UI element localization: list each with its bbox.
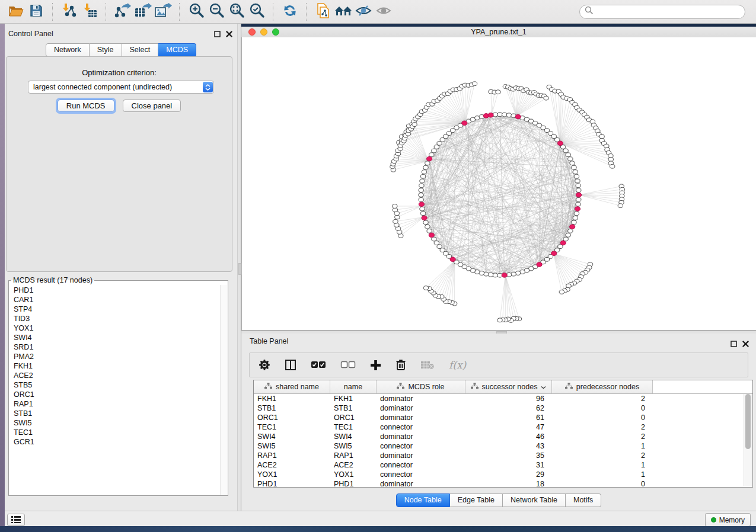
- tab-edge-table[interactable]: Edge Table: [450, 493, 503, 507]
- run-mcds-button[interactable]: Run MCDS: [58, 100, 114, 112]
- network-node[interactable]: [493, 273, 497, 277]
- network-node[interactable]: [434, 241, 439, 245]
- network-node[interactable]: [419, 193, 423, 197]
- float-panel-icon[interactable]: [214, 29, 221, 40]
- table-row[interactable]: SWI4SWI4dominator462: [254, 432, 752, 441]
- export-image-button[interactable]: [153, 2, 173, 21]
- network-node[interactable]: [574, 211, 579, 216]
- network-hub-node[interactable]: [462, 121, 467, 126]
- network-node[interactable]: [412, 123, 417, 127]
- network-node[interactable]: [484, 272, 489, 276]
- zoom-in-button[interactable]: [186, 2, 206, 21]
- import-table-button[interactable]: [79, 2, 100, 21]
- network-node[interactable]: [573, 216, 578, 220]
- mcds-result-item[interactable]: SWI5: [9, 418, 220, 428]
- network-hub-node[interactable]: [422, 216, 427, 220]
- mcds-result-item[interactable]: STB1: [9, 409, 220, 418]
- table-row[interactable]: SWI5SWI5connector431: [254, 441, 752, 451]
- network-hub-node[interactable]: [576, 193, 581, 197]
- hide-selected-button[interactable]: [353, 2, 374, 21]
- network-node[interactable]: [420, 174, 425, 178]
- network-node[interactable]: [576, 184, 580, 188]
- mcds-result-item[interactable]: CAR1: [9, 295, 220, 305]
- tab-select[interactable]: Select: [122, 43, 159, 57]
- clone-network-button[interactable]: [313, 2, 333, 21]
- network-hub-node[interactable]: [570, 225, 575, 229]
- column-header-name[interactable]: name: [330, 380, 377, 393]
- table-row[interactable]: FKH1FKH1dominator962: [254, 394, 752, 403]
- network-node[interactable]: [572, 220, 576, 225]
- table-row[interactable]: ORC1ORC1dominator610: [254, 413, 752, 422]
- network-node[interactable]: [394, 223, 399, 227]
- vertical-splitter[interactable]: [237, 24, 241, 511]
- criterion-dropdown[interactable]: largest connected component (undirected): [28, 81, 214, 94]
- memory-button[interactable]: Memory: [705, 513, 751, 527]
- network-node[interactable]: [576, 188, 581, 193]
- select-all-button[interactable]: [311, 361, 326, 369]
- network-node[interactable]: [568, 229, 573, 233]
- network-graph[interactable]: [242, 37, 756, 329]
- network-node[interactable]: [496, 90, 500, 94]
- network-node[interactable]: [437, 245, 442, 249]
- network-node[interactable]: [419, 188, 423, 193]
- table-row[interactable]: YOX1YOX1connector291: [254, 470, 752, 479]
- network-titlebar[interactable]: YPA_prune.txt_1: [241, 27, 756, 38]
- refresh-view-button[interactable]: [280, 2, 300, 21]
- close-panel-icon[interactable]: [226, 29, 232, 40]
- tab-motifs[interactable]: Motifs: [566, 493, 601, 507]
- tab-network[interactable]: Network: [46, 43, 90, 57]
- mcds-result-item[interactable]: PHD1: [9, 286, 220, 295]
- network-hub-node[interactable]: [560, 241, 566, 245]
- table-row[interactable]: TEC1TEC1connector472: [254, 422, 752, 432]
- open-session-button[interactable]: [6, 2, 26, 21]
- network-node[interactable]: [437, 141, 442, 145]
- show-columns-button[interactable]: [285, 359, 296, 371]
- network-node[interactable]: [502, 113, 507, 117]
- network-node[interactable]: [423, 165, 428, 169]
- show-all-button[interactable]: [374, 2, 394, 21]
- node-table[interactable]: shared namenameMCDS rolesuccessor nodesp…: [253, 380, 753, 488]
- network-node[interactable]: [610, 164, 614, 168]
- network-hub-node[interactable]: [515, 114, 521, 119]
- network-node[interactable]: [420, 207, 425, 211]
- table-settings-button[interactable]: [259, 359, 270, 371]
- zoom-selected-button[interactable]: [247, 2, 267, 21]
- network-node[interactable]: [419, 197, 423, 201]
- search-input[interactable]: [597, 7, 740, 17]
- network-node[interactable]: [423, 220, 428, 225]
- network-node[interactable]: [395, 215, 400, 219]
- table-scrollbar-thumb[interactable]: [745, 394, 751, 449]
- mcds-result-item[interactable]: FKH1: [9, 361, 220, 371]
- table-row[interactable]: STB1STB1dominator620: [254, 403, 752, 413]
- float-panel-icon[interactable]: [731, 339, 737, 350]
- table-row[interactable]: PHD1PHD1dominator180: [254, 479, 752, 488]
- task-history-button[interactable]: [7, 514, 25, 526]
- mcds-result-item[interactable]: STP4: [9, 305, 220, 314]
- network-node[interactable]: [506, 113, 511, 117]
- network-node[interactable]: [425, 161, 430, 165]
- mcds-result-item[interactable]: STB5: [9, 380, 220, 390]
- mcds-result-item[interactable]: ACE2: [9, 371, 220, 380]
- column-header-shared-name[interactable]: shared name: [254, 380, 330, 393]
- network-node[interactable]: [574, 174, 579, 178]
- network-node[interactable]: [575, 179, 580, 183]
- table-row[interactable]: RAP1RAP1dominator352: [254, 451, 752, 460]
- tab-style[interactable]: Style: [90, 43, 122, 57]
- mcds-result-item[interactable]: YOX1: [9, 323, 220, 333]
- network-node[interactable]: [472, 82, 477, 86]
- delete-row-button[interactable]: [395, 359, 406, 371]
- network-hub-node[interactable]: [537, 262, 542, 267]
- unselect-all-button[interactable]: [340, 361, 356, 369]
- network-node[interactable]: [566, 153, 570, 157]
- mcds-result-item[interactable]: PMA2: [9, 352, 220, 361]
- network-canvas[interactable]: [241, 37, 756, 330]
- network-node[interactable]: [515, 271, 520, 275]
- network-hub-node[interactable]: [429, 233, 434, 238]
- network-node[interactable]: [576, 202, 580, 206]
- network-node[interactable]: [432, 149, 436, 153]
- save-session-button[interactable]: [26, 2, 46, 21]
- network-node[interactable]: [544, 96, 548, 100]
- first-neighbors-button[interactable]: [333, 2, 353, 21]
- network-node[interactable]: [420, 211, 425, 216]
- network-node[interactable]: [422, 170, 426, 174]
